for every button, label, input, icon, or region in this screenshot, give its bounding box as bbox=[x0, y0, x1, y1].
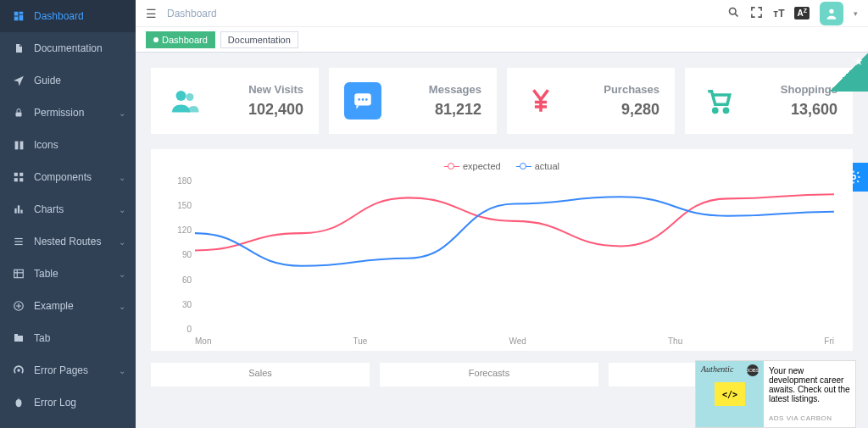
svg-rect-8 bbox=[18, 205, 19, 213]
panel-value: 9,280 bbox=[621, 101, 659, 119]
language-icon[interactable]: AZ bbox=[794, 7, 810, 19]
sidebar-item-label: Icons bbox=[34, 139, 58, 151]
chart-series-line bbox=[195, 197, 834, 266]
topbar-right: тT AZ ▾ bbox=[727, 2, 858, 25]
svg-point-33 bbox=[724, 108, 727, 112]
sidebar-item-label: Error Pages bbox=[34, 364, 88, 376]
sidebar-item-label: Table bbox=[34, 268, 58, 280]
sidebar-item-label: Nested Routes bbox=[34, 236, 101, 247]
hamburger-icon[interactable]: ☰ bbox=[146, 7, 157, 20]
sidebar-item-label: Error Log bbox=[34, 397, 76, 409]
sidebar-item-label: Charts bbox=[34, 203, 64, 215]
sidebar-item-documentation[interactable]: Documentation bbox=[0, 32, 136, 64]
svg-point-19 bbox=[17, 369, 20, 372]
svg-rect-17 bbox=[14, 336, 23, 342]
dashboard-icon bbox=[12, 10, 25, 22]
ad-text: Your new development career awaits. Chec… bbox=[764, 361, 855, 427]
lock-icon bbox=[12, 107, 25, 119]
fullscreen-icon[interactable] bbox=[750, 6, 763, 21]
legend-item-expected[interactable]: expected bbox=[444, 161, 501, 171]
ad-copy: Your new development career awaits. Chec… bbox=[769, 366, 850, 403]
sidebar-item-dashboard[interactable]: Dashboard bbox=[0, 0, 136, 32]
icons-icon bbox=[12, 140, 25, 151]
table-icon bbox=[12, 268, 25, 280]
sidebar-item-tab[interactable]: Tab bbox=[0, 322, 136, 354]
sidebar-item-label: Dashboard bbox=[34, 10, 84, 22]
sidebar-item-nested-routes[interactable]: Nested Routes⌄ bbox=[0, 225, 136, 258]
sidebar-item-example[interactable]: Example⌄ bbox=[0, 290, 136, 322]
corner-badge[interactable] bbox=[829, 53, 868, 92]
breadcrumb: Dashboard bbox=[167, 8, 217, 19]
ad-image: Authentic JOBS </> bbox=[696, 361, 764, 427]
panel-purchases[interactable]: Purchases9,280 bbox=[507, 68, 675, 134]
component-icon bbox=[12, 171, 25, 183]
ad-code-icon: </> bbox=[715, 382, 745, 406]
error-icon bbox=[12, 364, 25, 376]
y-tick: 180 bbox=[170, 176, 192, 186]
y-tick: 90 bbox=[170, 250, 192, 259]
cart-icon bbox=[700, 82, 737, 120]
sidebar-item-label: Documentation bbox=[34, 42, 103, 54]
search-icon[interactable] bbox=[727, 6, 740, 21]
chart-area: 1801501209060300 MonTueWedThuFri bbox=[170, 176, 834, 346]
sidebar-item-error-pages[interactable]: Error Pages⌄ bbox=[0, 354, 136, 386]
svg-point-26 bbox=[176, 91, 186, 101]
svg-rect-4 bbox=[19, 173, 23, 176]
people-icon bbox=[166, 82, 203, 120]
x-tick: Fri bbox=[824, 336, 834, 346]
chart-legend: expectedactual bbox=[170, 161, 834, 171]
stats-panel-row: New Visits102,400Messages81,212Purchases… bbox=[151, 68, 853, 134]
topbar: ☰ Dashboard тT AZ ▾ bbox=[136, 0, 868, 27]
svg-rect-6 bbox=[19, 178, 23, 181]
avatar[interactable] bbox=[820, 2, 843, 25]
sidebar-item-components[interactable]: Components⌄ bbox=[0, 161, 136, 193]
message-icon bbox=[344, 82, 381, 120]
sidebar-item-error-log[interactable]: Error Log bbox=[0, 386, 136, 419]
fontsize-icon[interactable]: тT bbox=[773, 8, 784, 19]
x-tick: Thu bbox=[668, 336, 682, 346]
tab-dashboard[interactable]: Dashboard bbox=[146, 31, 215, 48]
chart-series-line bbox=[195, 194, 834, 250]
sidebar-item-table[interactable]: Table⌄ bbox=[0, 258, 136, 290]
chart-plot bbox=[195, 181, 834, 336]
panel-shoppings[interactable]: Shoppings13,600 bbox=[685, 68, 853, 134]
mini-chart-1[interactable]: Forecasts bbox=[380, 363, 598, 386]
svg-point-22 bbox=[730, 8, 737, 14]
sidebar-item-label: Guide bbox=[34, 75, 61, 86]
tab-documentation[interactable]: Documentation bbox=[220, 31, 298, 48]
nested-icon bbox=[12, 236, 25, 247]
sidebar-item-label: Permission bbox=[34, 107, 84, 119]
svg-rect-13 bbox=[14, 270, 24, 277]
sidebar-item-icons[interactable]: Icons bbox=[0, 129, 136, 161]
doc-icon bbox=[12, 42, 25, 54]
sidebar-item-permission[interactable]: Permission⌄ bbox=[0, 97, 136, 129]
line-chart-card: expectedactual 1801501209060300 MonTueWe… bbox=[151, 149, 853, 351]
svg-point-30 bbox=[362, 98, 364, 101]
mini-chart-0[interactable]: Sales bbox=[151, 363, 370, 386]
content: New Visits102,400Messages81,212Purchases… bbox=[136, 53, 868, 428]
chevron-down-icon: ⌄ bbox=[119, 173, 125, 182]
sidebar-item-charts[interactable]: Charts⌄ bbox=[0, 193, 136, 225]
panel-value: 13,600 bbox=[791, 101, 837, 119]
svg-point-20 bbox=[16, 399, 22, 407]
y-tick: 120 bbox=[170, 225, 192, 235]
main: ☰ Dashboard тT AZ ▾ DashboardDocumentati… bbox=[136, 0, 868, 428]
chart-icon bbox=[12, 203, 25, 215]
y-tick: 150 bbox=[170, 201, 192, 210]
x-axis-labels: MonTueWedThuFri bbox=[195, 336, 834, 346]
svg-rect-2 bbox=[19, 141, 23, 149]
caret-down-icon[interactable]: ▾ bbox=[854, 9, 858, 18]
svg-rect-0 bbox=[16, 113, 22, 117]
sidebar-item-label: Example bbox=[34, 300, 74, 312]
svg-rect-5 bbox=[14, 178, 18, 181]
sidebar-item-guide[interactable]: Guide bbox=[0, 64, 136, 97]
legend-item-actual[interactable]: actual bbox=[516, 161, 559, 171]
panel-visits[interactable]: New Visits102,400 bbox=[151, 68, 319, 134]
svg-rect-3 bbox=[14, 173, 18, 176]
panel-label: Messages bbox=[429, 83, 481, 96]
panel-messages[interactable]: Messages81,212 bbox=[329, 68, 497, 134]
ad-card[interactable]: Authentic JOBS </> Your new development … bbox=[695, 360, 856, 428]
panel-value: 102,400 bbox=[248, 101, 303, 119]
svg-line-23 bbox=[736, 14, 738, 16]
sidebar-item-label: Components bbox=[34, 171, 92, 183]
